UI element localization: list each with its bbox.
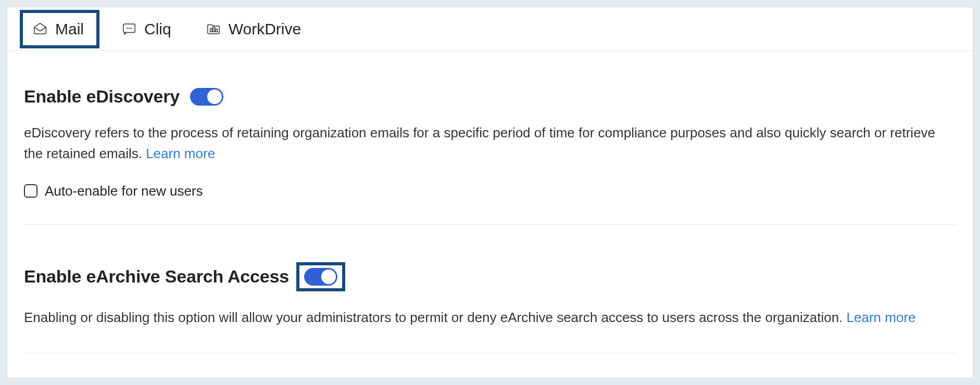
tab-label: Cliq	[144, 21, 171, 37]
tab-cliq[interactable]: Cliq	[112, 13, 184, 45]
ediscovery-toggle[interactable]	[190, 88, 223, 106]
tab-label: WorkDrive	[229, 21, 301, 37]
ediscovery-description: eDiscovery refers to the process of reta…	[24, 122, 956, 164]
earchive-title: Enable eArchive Search Access	[24, 266, 289, 287]
earchive-description: Enabling or disabling this option will a…	[24, 307, 956, 328]
tab-workdrive[interactable]: WorkDrive	[196, 13, 313, 45]
earchive-description-text: Enabling or disabling this option will a…	[24, 310, 847, 325]
earchive-toggle[interactable]	[304, 268, 337, 286]
tab-mail[interactable]: Mail	[20, 10, 99, 48]
earchive-toggle-highlight	[296, 262, 345, 291]
content-area: Enable eDiscovery eDiscovery refers to t…	[7, 51, 973, 353]
section-header: Enable eDiscovery	[24, 86, 956, 107]
svg-rect-6	[215, 29, 217, 32]
svg-point-1	[127, 27, 128, 29]
auto-enable-checkbox[interactable]	[24, 184, 37, 198]
svg-rect-4	[210, 28, 212, 31]
auto-enable-label: Auto-enable for new users	[45, 183, 203, 199]
workdrive-icon	[206, 21, 221, 37]
ediscovery-learn-more-link[interactable]: Learn more	[146, 146, 215, 161]
tab-label: Mail	[55, 21, 84, 37]
auto-enable-row: Auto-enable for new users	[24, 183, 956, 199]
svg-point-2	[129, 27, 130, 29]
section-earchive: Enable eArchive Search Access Enabling o…	[24, 262, 956, 353]
app-tabs: Mail Cliq WorkDrive	[7, 7, 973, 51]
svg-point-3	[130, 27, 132, 29]
ediscovery-title: Enable eDiscovery	[24, 86, 180, 107]
svg-rect-5	[212, 27, 215, 32]
earchive-learn-more-link[interactable]: Learn more	[847, 310, 916, 325]
section-header: Enable eArchive Search Access	[24, 262, 956, 291]
chat-icon	[121, 21, 137, 37]
settings-page: Mail Cliq WorkDrive Enable eDiscovery eD…	[7, 7, 973, 378]
section-ediscovery: Enable eDiscovery eDiscovery refers to t…	[24, 86, 956, 225]
mail-icon	[32, 21, 48, 37]
